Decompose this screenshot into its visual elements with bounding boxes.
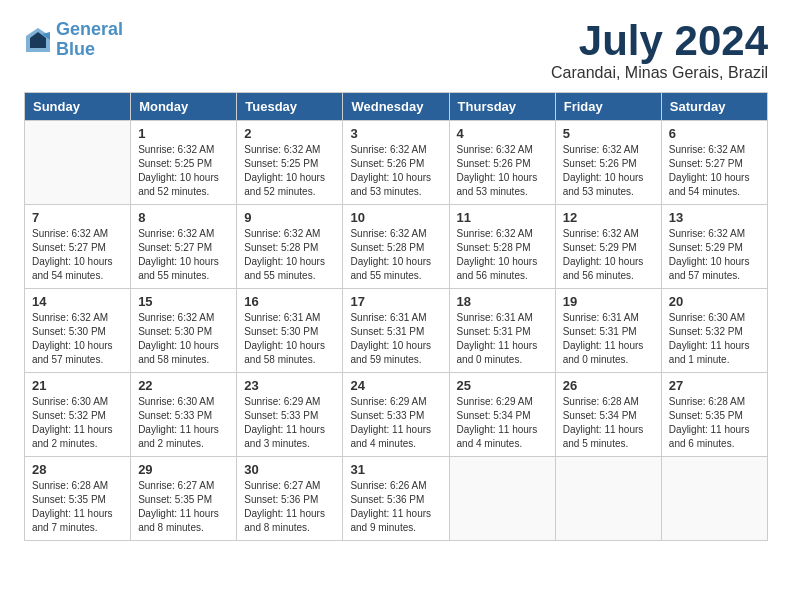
calendar-cell: 23Sunrise: 6:29 AM Sunset: 5:33 PM Dayli… [237, 373, 343, 457]
day-detail: Sunrise: 6:27 AM Sunset: 5:36 PM Dayligh… [244, 479, 335, 535]
day-detail: Sunrise: 6:32 AM Sunset: 5:26 PM Dayligh… [457, 143, 548, 199]
day-detail: Sunrise: 6:32 AM Sunset: 5:25 PM Dayligh… [244, 143, 335, 199]
day-detail: Sunrise: 6:32 AM Sunset: 5:28 PM Dayligh… [244, 227, 335, 283]
calendar-week-row: 1Sunrise: 6:32 AM Sunset: 5:25 PM Daylig… [25, 121, 768, 205]
day-detail: Sunrise: 6:28 AM Sunset: 5:35 PM Dayligh… [669, 395, 760, 451]
calendar-cell: 25Sunrise: 6:29 AM Sunset: 5:34 PM Dayli… [449, 373, 555, 457]
day-number: 22 [138, 378, 229, 393]
calendar-cell: 1Sunrise: 6:32 AM Sunset: 5:25 PM Daylig… [131, 121, 237, 205]
day-detail: Sunrise: 6:32 AM Sunset: 5:25 PM Dayligh… [138, 143, 229, 199]
calendar-cell: 11Sunrise: 6:32 AM Sunset: 5:28 PM Dayli… [449, 205, 555, 289]
day-number: 16 [244, 294, 335, 309]
day-number: 26 [563, 378, 654, 393]
day-detail: Sunrise: 6:26 AM Sunset: 5:36 PM Dayligh… [350, 479, 441, 535]
day-number: 1 [138, 126, 229, 141]
day-number: 8 [138, 210, 229, 225]
calendar-cell: 19Sunrise: 6:31 AM Sunset: 5:31 PM Dayli… [555, 289, 661, 373]
calendar-cell: 30Sunrise: 6:27 AM Sunset: 5:36 PM Dayli… [237, 457, 343, 541]
page-container: General Blue July 2024 Carandai, Minas G… [0, 0, 792, 561]
day-detail: Sunrise: 6:30 AM Sunset: 5:32 PM Dayligh… [669, 311, 760, 367]
day-number: 17 [350, 294, 441, 309]
day-number: 30 [244, 462, 335, 477]
calendar-week-row: 7Sunrise: 6:32 AM Sunset: 5:27 PM Daylig… [25, 205, 768, 289]
calendar-cell [661, 457, 767, 541]
calendar-cell [555, 457, 661, 541]
calendar-cell: 10Sunrise: 6:32 AM Sunset: 5:28 PM Dayli… [343, 205, 449, 289]
calendar-cell: 7Sunrise: 6:32 AM Sunset: 5:27 PM Daylig… [25, 205, 131, 289]
calendar-cell: 28Sunrise: 6:28 AM Sunset: 5:35 PM Dayli… [25, 457, 131, 541]
calendar-cell: 6Sunrise: 6:32 AM Sunset: 5:27 PM Daylig… [661, 121, 767, 205]
day-detail: Sunrise: 6:31 AM Sunset: 5:31 PM Dayligh… [350, 311, 441, 367]
day-number: 12 [563, 210, 654, 225]
day-detail: Sunrise: 6:28 AM Sunset: 5:35 PM Dayligh… [32, 479, 123, 535]
calendar-cell: 22Sunrise: 6:30 AM Sunset: 5:33 PM Dayli… [131, 373, 237, 457]
location: Carandai, Minas Gerais, Brazil [551, 64, 768, 82]
day-detail: Sunrise: 6:32 AM Sunset: 5:30 PM Dayligh… [32, 311, 123, 367]
day-number: 15 [138, 294, 229, 309]
calendar-cell: 8Sunrise: 6:32 AM Sunset: 5:27 PM Daylig… [131, 205, 237, 289]
weekday-row: SundayMondayTuesdayWednesdayThursdayFrid… [25, 93, 768, 121]
day-detail: Sunrise: 6:32 AM Sunset: 5:28 PM Dayligh… [350, 227, 441, 283]
weekday-header: Sunday [25, 93, 131, 121]
day-number: 13 [669, 210, 760, 225]
calendar-cell [25, 121, 131, 205]
day-detail: Sunrise: 6:32 AM Sunset: 5:29 PM Dayligh… [669, 227, 760, 283]
calendar-cell: 26Sunrise: 6:28 AM Sunset: 5:34 PM Dayli… [555, 373, 661, 457]
calendar-header: SundayMondayTuesdayWednesdayThursdayFrid… [25, 93, 768, 121]
header: General Blue July 2024 Carandai, Minas G… [24, 20, 768, 82]
calendar-cell: 24Sunrise: 6:29 AM Sunset: 5:33 PM Dayli… [343, 373, 449, 457]
day-detail: Sunrise: 6:32 AM Sunset: 5:28 PM Dayligh… [457, 227, 548, 283]
calendar-cell [449, 457, 555, 541]
day-detail: Sunrise: 6:29 AM Sunset: 5:34 PM Dayligh… [457, 395, 548, 451]
logo-icon [24, 26, 52, 54]
day-detail: Sunrise: 6:32 AM Sunset: 5:26 PM Dayligh… [350, 143, 441, 199]
day-detail: Sunrise: 6:31 AM Sunset: 5:31 PM Dayligh… [457, 311, 548, 367]
day-detail: Sunrise: 6:32 AM Sunset: 5:27 PM Dayligh… [32, 227, 123, 283]
day-number: 23 [244, 378, 335, 393]
day-detail: Sunrise: 6:32 AM Sunset: 5:30 PM Dayligh… [138, 311, 229, 367]
month-title: July 2024 [551, 20, 768, 62]
day-detail: Sunrise: 6:31 AM Sunset: 5:30 PM Dayligh… [244, 311, 335, 367]
day-number: 6 [669, 126, 760, 141]
calendar-cell: 20Sunrise: 6:30 AM Sunset: 5:32 PM Dayli… [661, 289, 767, 373]
calendar-cell: 31Sunrise: 6:26 AM Sunset: 5:36 PM Dayli… [343, 457, 449, 541]
day-number: 3 [350, 126, 441, 141]
day-detail: Sunrise: 6:32 AM Sunset: 5:27 PM Dayligh… [138, 227, 229, 283]
day-number: 11 [457, 210, 548, 225]
day-number: 31 [350, 462, 441, 477]
weekday-header: Saturday [661, 93, 767, 121]
logo-blue: Blue [56, 39, 95, 59]
day-number: 2 [244, 126, 335, 141]
day-detail: Sunrise: 6:29 AM Sunset: 5:33 PM Dayligh… [244, 395, 335, 451]
day-detail: Sunrise: 6:27 AM Sunset: 5:35 PM Dayligh… [138, 479, 229, 535]
day-detail: Sunrise: 6:32 AM Sunset: 5:27 PM Dayligh… [669, 143, 760, 199]
day-number: 7 [32, 210, 123, 225]
day-detail: Sunrise: 6:30 AM Sunset: 5:33 PM Dayligh… [138, 395, 229, 451]
day-number: 25 [457, 378, 548, 393]
calendar-week-row: 21Sunrise: 6:30 AM Sunset: 5:32 PM Dayli… [25, 373, 768, 457]
weekday-header: Friday [555, 93, 661, 121]
day-number: 4 [457, 126, 548, 141]
day-detail: Sunrise: 6:30 AM Sunset: 5:32 PM Dayligh… [32, 395, 123, 451]
logo-text: General Blue [56, 20, 123, 60]
weekday-header: Thursday [449, 93, 555, 121]
day-detail: Sunrise: 6:31 AM Sunset: 5:31 PM Dayligh… [563, 311, 654, 367]
day-number: 20 [669, 294, 760, 309]
calendar-week-row: 28Sunrise: 6:28 AM Sunset: 5:35 PM Dayli… [25, 457, 768, 541]
calendar-cell: 16Sunrise: 6:31 AM Sunset: 5:30 PM Dayli… [237, 289, 343, 373]
weekday-header: Monday [131, 93, 237, 121]
day-number: 27 [669, 378, 760, 393]
calendar-cell: 4Sunrise: 6:32 AM Sunset: 5:26 PM Daylig… [449, 121, 555, 205]
day-number: 19 [563, 294, 654, 309]
calendar-cell: 5Sunrise: 6:32 AM Sunset: 5:26 PM Daylig… [555, 121, 661, 205]
calendar-cell: 21Sunrise: 6:30 AM Sunset: 5:32 PM Dayli… [25, 373, 131, 457]
day-number: 18 [457, 294, 548, 309]
day-number: 21 [32, 378, 123, 393]
day-detail: Sunrise: 6:28 AM Sunset: 5:34 PM Dayligh… [563, 395, 654, 451]
calendar-cell: 13Sunrise: 6:32 AM Sunset: 5:29 PM Dayli… [661, 205, 767, 289]
day-detail: Sunrise: 6:29 AM Sunset: 5:33 PM Dayligh… [350, 395, 441, 451]
calendar-body: 1Sunrise: 6:32 AM Sunset: 5:25 PM Daylig… [25, 121, 768, 541]
logo: General Blue [24, 20, 123, 60]
day-number: 5 [563, 126, 654, 141]
weekday-header: Tuesday [237, 93, 343, 121]
